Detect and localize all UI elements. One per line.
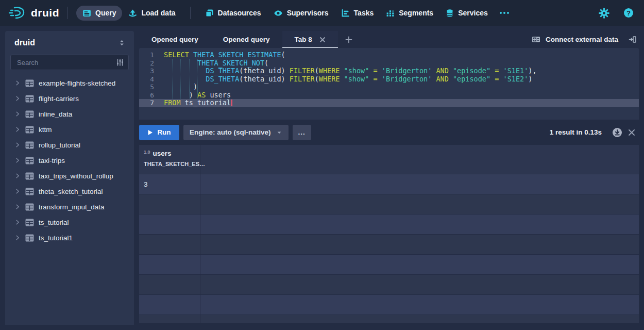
line-number-gutter: 1234567 (139, 51, 161, 107)
table-icon (25, 203, 34, 211)
chevron-right-icon[interactable] (14, 173, 21, 179)
nav-item-tasks[interactable]: Tasks (335, 6, 380, 21)
nav-item-services[interactable]: Services (439, 6, 494, 21)
nav-item-label: Segments (399, 9, 433, 17)
chevron-right-icon[interactable] (14, 157, 21, 163)
nav-item-query[interactable]: Query (76, 6, 122, 21)
download-results-button[interactable] (610, 125, 624, 140)
double-caret-vertical-icon[interactable] (118, 39, 126, 47)
result-cell (139, 275, 200, 294)
result-cell[interactable]: 3 (139, 174, 200, 194)
result-cell (139, 235, 200, 254)
top-navbar: druid Query Load data Da (0, 0, 644, 26)
run-bar: Run Engine: auto (sql-native) ... 1 resu… (139, 120, 639, 145)
nav-more-button[interactable] (494, 9, 515, 17)
filter-sliders-icon[interactable] (116, 58, 124, 67)
chevron-right-icon[interactable] (14, 80, 21, 86)
chevron-right-icon[interactable] (14, 235, 21, 241)
results-body: 3 (139, 174, 639, 323)
datasource-item[interactable]: theta_sketch_tutorial (5, 184, 134, 199)
nav-item-segments[interactable]: Segments (380, 6, 439, 21)
code-line[interactable]: THETA_SKETCH_NOT( (164, 59, 639, 68)
query-icon (82, 9, 91, 18)
nav-item-supervisors[interactable]: Supervisors (267, 6, 335, 21)
results-column-header[interactable]: 1.0users THETA_SKETCH_ES… (139, 145, 200, 174)
close-results-button[interactable] (624, 125, 639, 140)
datasource-item[interactable]: taxi_trips_without_rollup (5, 168, 134, 184)
nav-item-label: Load data (141, 9, 175, 17)
logo-text: druid (31, 7, 59, 19)
tab-opened-query-2[interactable]: Opened query (211, 31, 282, 48)
datasource-item[interactable]: example-flights-sketched (5, 75, 134, 91)
chevron-right-icon[interactable] (14, 111, 21, 117)
help-icon: ? (623, 8, 634, 18)
table-icon (25, 234, 34, 242)
column-expression: THETA_SKETCH_ES… (144, 161, 195, 167)
download-icon (612, 127, 622, 138)
services-icon (446, 9, 454, 18)
code-line[interactable]: DS_THETA(theta_uid) FILTER(WHERE "show" … (164, 75, 639, 84)
code-line[interactable]: DS_THETA(theta_uid) FILTER(WHERE "show" … (164, 67, 639, 75)
datasource-name: ts_tutorial (39, 219, 69, 226)
datasource-item[interactable]: transform_input_data (5, 199, 134, 214)
chevron-right-icon[interactable] (14, 188, 21, 194)
tab-opened-query-1[interactable]: Opened query (139, 31, 211, 48)
new-tab-button[interactable] (338, 31, 360, 48)
result-status-text: 1 result in 0.13s (550, 128, 602, 136)
datasource-name: theta_sketch_tutorial (39, 188, 103, 195)
engine-select-button[interactable]: Engine: auto (sql-native) (183, 125, 289, 140)
datasource-name: flight-carriers (39, 95, 79, 103)
chevron-right-icon[interactable] (14, 95, 21, 102)
result-cell (139, 295, 200, 315)
settings-gear-button[interactable] (597, 6, 611, 20)
collapse-panel-button[interactable] (621, 31, 639, 48)
table-icon (25, 172, 34, 180)
datasource-item[interactable]: flight-carriers (5, 91, 134, 106)
code-line[interactable]: ) AS users (164, 91, 639, 100)
nav-item-datasources[interactable]: Datasources (199, 6, 267, 21)
nav-item-label: Services (458, 9, 488, 17)
datasource-name: example-flights-sketched (39, 79, 115, 87)
table-icon (25, 79, 34, 87)
line-number: 6 (139, 91, 154, 100)
datasource-item[interactable]: rollup_tutorial (5, 137, 134, 153)
table-row[interactable]: 3 (139, 174, 639, 194)
connect-external-data-button[interactable]: Connect external data (529, 31, 621, 48)
code-line[interactable]: ) (164, 83, 639, 91)
run-button[interactable]: Run (139, 125, 179, 140)
query-more-button[interactable]: ... (293, 125, 311, 140)
nav-item-load-data[interactable]: Load data (122, 6, 181, 21)
chevron-right-icon[interactable] (14, 219, 21, 225)
plus-icon (345, 36, 352, 43)
table-icon (25, 188, 34, 195)
datasource-name: taxi_trips_without_rollup (39, 172, 113, 180)
tab-label: Opened query (223, 36, 270, 43)
sql-code[interactable]: SELECT THETA_SKETCH_ESTIMATE( THETA_SKET… (164, 51, 639, 107)
datasource-item[interactable]: kttm (5, 122, 134, 137)
nav-item-label: Supervisors (287, 9, 329, 17)
empty-table-row (139, 214, 639, 235)
datasource-item[interactable]: ts_tutorial1 (5, 230, 134, 245)
chevron-right-icon[interactable] (14, 126, 21, 133)
druid-logo[interactable]: druid (8, 6, 59, 20)
druid-logo-icon (8, 6, 27, 20)
search-box (10, 55, 129, 70)
help-button[interactable]: ? (621, 6, 636, 20)
close-tab-icon[interactable] (319, 37, 326, 43)
tab-8[interactable]: Tab 8 (282, 31, 338, 48)
chevron-right-icon[interactable] (14, 204, 21, 210)
result-cell (139, 194, 200, 214)
datasource-item[interactable]: ts_tutorial (5, 214, 134, 230)
search-input[interactable] (16, 58, 116, 67)
datasource-name: inline_data (39, 110, 72, 118)
results-header-row: 1.0users THETA_SKETCH_ES… (139, 145, 639, 174)
code-line[interactable]: SELECT THETA_SKETCH_ESTIMATE( (164, 51, 639, 59)
datasource-item[interactable]: inline_data (5, 106, 134, 122)
datasource-item[interactable]: taxi-trips (5, 153, 134, 168)
datasource-name: transform_input_data (39, 203, 105, 211)
table-icon (25, 126, 34, 134)
sql-editor[interactable]: 1234567 SELECT THETA_SKETCH_ESTIMATE( TH… (139, 48, 639, 120)
code-line[interactable]: FROM ts_tutorial (164, 99, 639, 107)
line-number: 7 (139, 99, 154, 107)
chevron-right-icon[interactable] (14, 142, 21, 148)
